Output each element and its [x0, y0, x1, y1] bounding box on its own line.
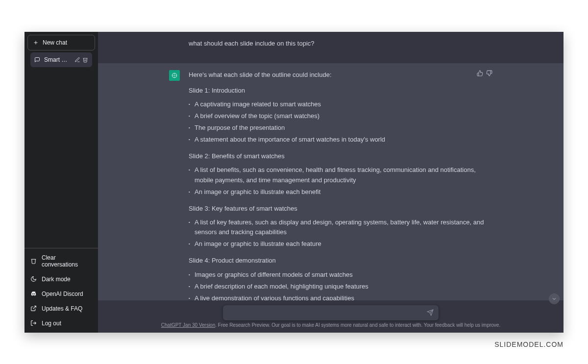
list-item: A live demonstration of various function…	[195, 293, 492, 300]
sidebar-top: New chat Smart Watch Sales Outli	[24, 32, 98, 70]
sidebar-item-label: Log out	[42, 320, 61, 327]
app-frame: New chat Smart Watch Sales Outli	[24, 32, 564, 333]
user-avatar	[169, 39, 180, 49]
user-message-row: what should each slide include on this t…	[98, 32, 564, 63]
assistant-message-row: Here's what each slide of the outline co…	[98, 63, 564, 300]
chat-icon	[34, 57, 40, 63]
discord-icon	[30, 291, 37, 297]
logout-button[interactable]: Log out	[24, 316, 98, 331]
discord-button[interactable]: OpenAI Discord	[24, 287, 98, 301]
slide-heading: Slide 2: Benefits of smart watches	[189, 151, 492, 161]
main-content: what should each slide include on this t…	[98, 32, 564, 333]
list-item: An image or graphic to illustrate each b…	[195, 187, 492, 197]
footer-tail: . Free Research Preview. Our goal is to …	[215, 322, 500, 328]
slide-heading: Slide 1: Introduction	[189, 86, 492, 96]
sidebar: New chat Smart Watch Sales Outli	[24, 32, 98, 333]
user-message-text: what should each slide include on this t…	[189, 39, 492, 49]
conversation-item[interactable]: Smart Watch Sales Outli	[30, 52, 92, 67]
slide-list: A list of benefits, such as convenience,…	[195, 165, 492, 196]
plus-icon	[33, 40, 39, 46]
list-item: A brief overview of the topic (smart wat…	[195, 111, 492, 121]
list-item: The purpose of the presentation	[195, 123, 492, 133]
conversation-title: Smart Watch Sales Outli	[44, 56, 71, 63]
moon-icon	[30, 276, 37, 282]
footer-disclaimer: ChatGPT Jan 30 Version. Free Research Pr…	[98, 320, 564, 329]
svg-line-2	[33, 306, 36, 309]
assistant-message-content: Here's what each slide of the outline co…	[189, 70, 492, 300]
sidebar-item-label: Clear conversations	[42, 254, 92, 268]
logout-icon	[30, 320, 37, 326]
list-item: Images or graphics of different models o…	[195, 270, 492, 280]
trash-icon[interactable]	[82, 57, 88, 63]
assistant-avatar	[169, 70, 180, 81]
chat-log: what should each slide include on this t…	[98, 32, 564, 300]
dark-mode-button[interactable]: Dark mode	[24, 272, 98, 287]
sidebar-item-label: Dark mode	[42, 276, 71, 283]
clear-conversations-button[interactable]: Clear conversations	[24, 250, 98, 272]
list-item: An image or graphic to illustrate each f…	[195, 239, 492, 249]
watermark: SLIDEMODEL.COM	[494, 340, 564, 348]
send-icon[interactable]	[427, 309, 434, 316]
sidebar-item-label: OpenAI Discord	[42, 291, 83, 297]
slide-heading: Slide 4: Product demonstration	[189, 256, 492, 266]
thumbs-up-icon[interactable]	[477, 70, 483, 76]
input-area: ChatGPT Jan 30 Version. Free Research Pr…	[98, 300, 564, 333]
list-item: A brief description of each model, highl…	[195, 282, 492, 291]
thumbs-down-icon[interactable]	[486, 70, 492, 76]
slide-list: Images or graphics of different models o…	[195, 270, 492, 300]
trash-icon	[30, 258, 37, 264]
message-input[interactable]	[228, 309, 427, 316]
assistant-intro: Here's what each slide of the outline co…	[189, 70, 492, 80]
message-input-bar	[223, 305, 439, 320]
slide-list: A captivating image related to smart wat…	[195, 99, 492, 145]
slide-heading: Slide 3: Key features of smart watches	[189, 204, 492, 214]
new-chat-button[interactable]: New chat	[27, 35, 95, 50]
feedback-controls	[477, 70, 492, 76]
version-link[interactable]: ChatGPT Jan 30 Version	[161, 322, 215, 328]
list-item: A statement about the importance of smar…	[195, 135, 492, 145]
list-item: A list of key features, such as display …	[195, 218, 492, 237]
edit-icon[interactable]	[74, 57, 80, 63]
new-chat-label: New chat	[43, 39, 67, 46]
sidebar-bottom: Clear conversations Dark mode OpenAI Dis…	[24, 248, 98, 333]
slide-list: A list of key features, such as display …	[195, 218, 492, 249]
conversation-actions	[74, 57, 88, 63]
updates-faq-button[interactable]: Updates & FAQ	[24, 301, 98, 316]
sidebar-item-label: Updates & FAQ	[42, 305, 82, 312]
list-item: A captivating image related to smart wat…	[195, 99, 492, 109]
external-link-icon	[30, 305, 37, 312]
list-item: A list of benefits, such as convenience,…	[195, 165, 492, 185]
